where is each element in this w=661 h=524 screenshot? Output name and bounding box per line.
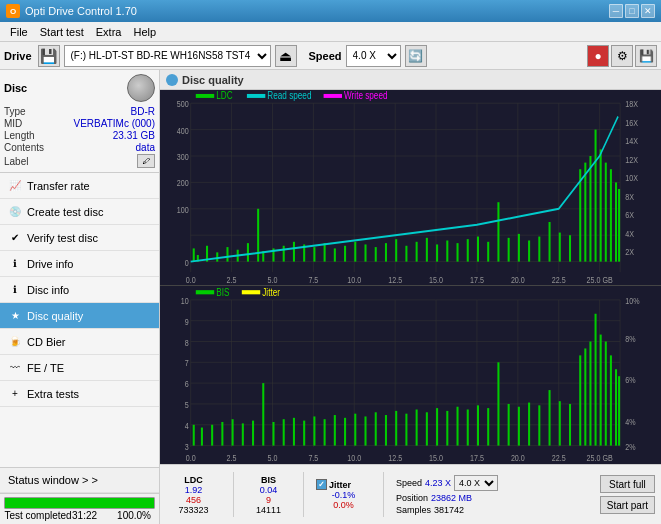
- status-window-button[interactable]: Status window > >: [0, 467, 159, 493]
- svg-rect-83: [497, 202, 499, 261]
- app-title: Opti Drive Control 1.70: [25, 5, 137, 17]
- status-window-label: Status window > >: [8, 474, 98, 486]
- content-area: Disc quality: [160, 70, 661, 524]
- svg-rect-166: [364, 417, 366, 446]
- disc-length-row: Length 23.31 GB: [4, 130, 155, 141]
- maximize-button[interactable]: □: [625, 4, 639, 18]
- main-layout: Disc Type BD-R MID VERBATIMc (000) Lengt…: [0, 70, 661, 524]
- stats-ldc-max: 456: [166, 495, 221, 505]
- close-button[interactable]: ✕: [641, 4, 655, 18]
- stats-ldc-avg: 1.92: [166, 485, 221, 495]
- svg-rect-75: [416, 242, 418, 262]
- svg-text:18X: 18X: [625, 99, 638, 109]
- svg-text:7: 7: [185, 358, 189, 369]
- stats-ldc-total: 733323: [166, 505, 221, 515]
- svg-rect-74: [405, 246, 407, 262]
- svg-text:7.5: 7.5: [308, 452, 318, 463]
- stats-bis-avg: 0.04: [246, 485, 291, 495]
- refresh-button[interactable]: 🔄: [405, 45, 427, 67]
- svg-text:400: 400: [177, 126, 189, 136]
- svg-rect-82: [487, 242, 489, 262]
- minimize-button[interactable]: ─: [609, 4, 623, 18]
- svg-text:10%: 10%: [625, 295, 640, 306]
- nav-drive-info[interactable]: ℹ Drive info: [0, 251, 159, 277]
- drive-info-icon: ℹ: [8, 257, 22, 271]
- svg-rect-81: [477, 237, 479, 262]
- nav-fe-te[interactable]: 〰 FE / TE: [0, 355, 159, 381]
- disc-type-val: BD-R: [131, 106, 155, 117]
- menu-file[interactable]: File: [4, 24, 34, 40]
- svg-rect-96: [605, 163, 607, 262]
- jitter-checkbox[interactable]: ✓: [316, 479, 327, 490]
- svg-rect-65: [313, 247, 315, 262]
- eject-button[interactable]: ⏏: [275, 45, 297, 67]
- svg-rect-190: [595, 314, 597, 446]
- nav-extra-tests[interactable]: + Extra tests: [0, 381, 159, 407]
- svg-rect-77: [436, 244, 438, 261]
- svg-rect-145: [196, 291, 214, 295]
- disc-section-label: Disc: [4, 82, 27, 94]
- svg-text:8%: 8%: [625, 333, 636, 344]
- start-part-button[interactable]: Start part: [600, 496, 655, 514]
- speed-dropdown[interactable]: 4.0 X: [454, 475, 498, 491]
- status-time: 31:22: [72, 510, 97, 521]
- nav-create-test-disc[interactable]: 💿 Create test disc: [0, 199, 159, 225]
- svg-text:5: 5: [185, 399, 189, 410]
- disc-length-key: Length: [4, 130, 35, 141]
- menu-extra[interactable]: Extra: [90, 24, 128, 40]
- svg-rect-186: [569, 404, 571, 446]
- disc-mid-key: MID: [4, 118, 22, 129]
- svg-rect-48: [247, 94, 265, 98]
- disc-length-val: 23.31 GB: [113, 130, 155, 141]
- svg-text:300: 300: [177, 152, 189, 162]
- nav-disc-info[interactable]: ℹ Disc info: [0, 277, 159, 303]
- svg-text:10: 10: [181, 295, 189, 306]
- drive-select[interactable]: (F:) HL-DT-ST BD-RE WH16NS58 TST4: [64, 45, 271, 67]
- save-button[interactable]: 💾: [635, 45, 657, 67]
- svg-rect-87: [538, 237, 540, 262]
- start-buttons: Start full Start part: [600, 475, 655, 514]
- svg-rect-150: [201, 428, 203, 446]
- svg-rect-185: [559, 402, 561, 446]
- svg-text:4X: 4X: [625, 229, 634, 239]
- nav-disc-quality[interactable]: ★ Disc quality: [0, 303, 159, 329]
- nav-drive-info-label: Drive info: [27, 258, 73, 270]
- svg-text:15.0: 15.0: [429, 452, 443, 463]
- titlebar-left: O Opti Drive Control 1.70: [6, 4, 137, 18]
- svg-rect-56: [226, 247, 228, 262]
- svg-rect-79: [457, 243, 459, 261]
- disc-mid-val: VERBATIMc (000): [74, 118, 156, 129]
- svg-text:3: 3: [185, 441, 189, 452]
- samples-row: Samples 381742: [396, 505, 498, 515]
- menu-help[interactable]: Help: [127, 24, 162, 40]
- jitter-label: Jitter: [329, 480, 351, 490]
- svg-rect-165: [354, 414, 356, 446]
- svg-rect-76: [426, 238, 428, 262]
- settings-button[interactable]: ⚙: [611, 45, 633, 67]
- disc-type-key: Type: [4, 106, 26, 117]
- nav-transfer-rate[interactable]: 📈 Transfer rate: [0, 173, 159, 199]
- disc-mid-row: MID VERBATIMc (000): [4, 118, 155, 129]
- sidebar: Disc Type BD-R MID VERBATIMc (000) Lengt…: [0, 70, 160, 524]
- nav-fe-te-label: FE / TE: [27, 362, 64, 374]
- progress-percent: 100.0%: [117, 510, 151, 521]
- disc-label-edit-button[interactable]: 🖊: [137, 154, 155, 168]
- disc-button[interactable]: ●: [587, 45, 609, 67]
- app-icon: O: [6, 4, 20, 18]
- nav-verify-test-disc[interactable]: ✔ Verify test disc: [0, 225, 159, 251]
- nav-cd-bier[interactable]: 🍺 CD Bier: [0, 329, 159, 355]
- menu-start-test[interactable]: Start test: [34, 24, 90, 40]
- svg-text:6: 6: [185, 379, 189, 390]
- stats-bis-max: 9: [246, 495, 291, 505]
- start-full-button[interactable]: Start full: [600, 475, 655, 493]
- drive-label: Drive: [4, 50, 32, 62]
- stats-jitter-avg: -0.1%: [316, 490, 371, 500]
- svg-text:2X: 2X: [625, 247, 634, 257]
- stats-bis-total: 14111: [246, 505, 291, 515]
- svg-rect-95: [600, 149, 602, 261]
- titlebar: O Opti Drive Control 1.70 ─ □ ✕: [0, 0, 661, 22]
- svg-rect-68: [344, 246, 346, 262]
- svg-rect-152: [221, 422, 223, 446]
- speed-select[interactable]: 4.0 X: [346, 45, 401, 67]
- svg-rect-99: [618, 189, 620, 262]
